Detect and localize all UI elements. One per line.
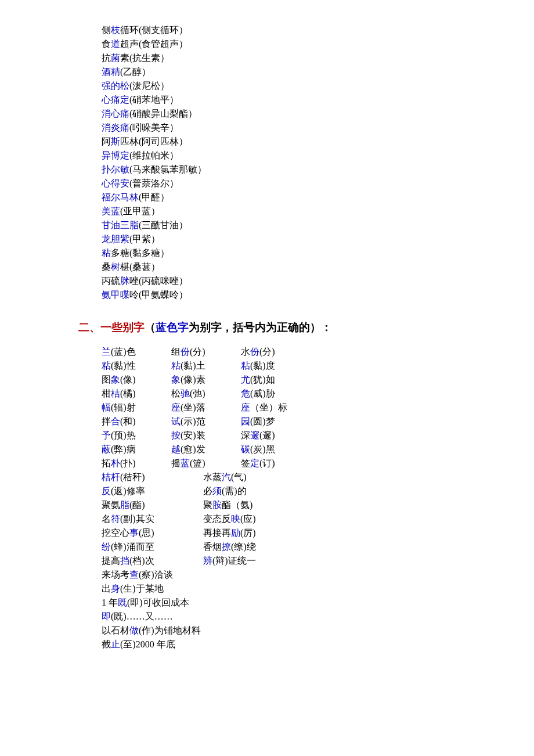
wrong-char: 斯 [111, 136, 120, 146]
wrong-char: 止 [111, 639, 120, 649]
typo-row: 幅(辐)射座(坐)落座（坐）标 [102, 401, 499, 415]
text: (需)的 [222, 486, 247, 496]
text: (酯) [129, 500, 145, 510]
wrong-char: 既 [118, 597, 127, 607]
typo-entry: 水蒸汽(气) [203, 470, 305, 484]
text: (生)于某地 [120, 584, 164, 593]
typo-entry: 提高挡(档)次 [102, 554, 203, 568]
typo-line: 来场考查(察)洽谈 [102, 568, 499, 582]
typo-entry: 拓朴(扑) [102, 456, 171, 470]
text: (甲紫） [129, 234, 160, 244]
wrong-char: 粘 [102, 248, 111, 258]
wrong-char: 危 [241, 388, 250, 398]
text: 图 [102, 375, 111, 384]
section-two-heading: 二、一些别字（蓝色字为别字，括号内为正确的）： [78, 319, 499, 336]
typo-row: 纷(蜂)涌而至香烟撩(缭)绕 [102, 540, 499, 554]
text: (马来酸氯苯那敏） [129, 164, 207, 174]
text: 抗 [102, 53, 111, 63]
wrong-char: 桔 [111, 388, 120, 398]
wrong-char: 甘油三脂 [102, 220, 139, 230]
wrong-char: 氨甲喋 [102, 290, 129, 300]
text: 丙硫 [102, 276, 120, 286]
term-line: 心痛定(硝苯地平） [102, 93, 499, 107]
text: 素(抗生素） [120, 53, 169, 63]
typo-entry: 粘(黏)土 [171, 359, 241, 373]
typo-entry: 粘(黏)性 [102, 359, 171, 373]
term-line: 氨甲喋呤(甲氨蝶呤） [102, 288, 499, 302]
term-line: 粘多糖(黏多糖） [102, 246, 499, 260]
term-line: 强的松(泼尼松） [102, 79, 499, 93]
wrong-char: 蔽 [102, 444, 111, 454]
typo-entry: 签定(订) [241, 456, 311, 470]
wrong-char: 脂 [120, 500, 129, 510]
typo-row: 粘(黏)性粘(黏)土粘(黏)度 [102, 359, 499, 373]
term-line: 异博定(维拉帕米） [102, 149, 499, 163]
text: 聚 [203, 500, 212, 510]
text: 再接再 [203, 528, 231, 538]
term-line: 龙胆紫(甲紫） [102, 232, 499, 246]
heading-blue: 蓝色字 [156, 321, 189, 333]
typo-entry: 水份(分) [241, 345, 311, 359]
wrong-char: 蓝 [181, 458, 190, 468]
typo-entry: 兰(蓝)色 [102, 345, 171, 359]
heading-rest: 为别字，括号内为正确的）： [189, 321, 332, 333]
text: 水蒸 [203, 472, 222, 482]
text: (安)装 [181, 430, 205, 440]
text: (蜂)涌而至 [111, 542, 154, 552]
text: 必 [203, 486, 212, 496]
term-line: 扑尔敏(马来酸氯苯那敏） [102, 163, 499, 177]
wrong-char: 撩 [222, 542, 231, 552]
wrong-char: 越 [171, 444, 181, 454]
wrong-char: 异博定 [102, 150, 129, 160]
typo-row: 聚氨脂(酯)聚胺酯（氨) [102, 498, 499, 512]
wrong-char: 即 [102, 611, 111, 621]
text: (辩)证统一 [212, 556, 256, 566]
wrong-char: 励 [231, 528, 240, 538]
text: (维拉帕米） [129, 150, 179, 160]
text: (硝酸异山梨酯） [129, 109, 197, 118]
wrong-char: 身 [111, 584, 120, 593]
term-line: 甘油三脂(三酰甘油） [102, 218, 499, 232]
text: (黏)性 [111, 361, 136, 370]
text: 拓 [102, 458, 111, 468]
typo-row: 拌合(和)试(示)范园(圆)梦 [102, 415, 499, 429]
wrong-char: 座 [171, 402, 181, 412]
term-line: 抗菌素(抗生素） [102, 51, 499, 65]
typo-entry: 拌合(和) [102, 415, 171, 429]
typo-entry: 园(圆)梦 [241, 415, 311, 429]
typo-entry: 纷(蜂)涌而至 [102, 540, 203, 554]
typo-row: 反(返)修率必须(需)的 [102, 484, 499, 498]
wrong-char: 粘 [241, 361, 250, 370]
typo-entry: 摇蓝(篮) [171, 456, 241, 470]
typo-row: 挖空心事(思)再接再励(厉) [102, 526, 499, 540]
typo-entry: 尤(犹)如 [241, 373, 311, 387]
term-line: 食道超声(食管超声） [102, 37, 499, 51]
text: (硝苯地平） [129, 95, 179, 105]
wrong-char: 查 [129, 570, 139, 579]
wrong-char: 枝 [111, 25, 120, 35]
text: (至)2000 年底 [120, 639, 175, 649]
wrong-char: 映 [231, 514, 240, 524]
typo-entry: 座(坐)落 [171, 401, 241, 415]
typo-entry: 松驰(弛) [171, 387, 241, 401]
typo-entry: 座（坐）标 [241, 401, 311, 415]
text: 多糖(黏多糖） [111, 248, 169, 258]
typo-line: 截止(至)2000 年底 [102, 638, 499, 651]
term-line: 侧枝循环(侧支循环） [102, 23, 499, 37]
text: (档)次 [129, 556, 154, 566]
typo-entry: 变态反映(应) [203, 512, 305, 526]
text: (黏)土 [181, 361, 205, 370]
text: 酯（氨) [222, 500, 252, 510]
wrong-char: 桔杆 [102, 472, 120, 482]
term-line: 消心痛(硝酸异山梨酯） [102, 107, 499, 121]
text: (亚甲蓝） [120, 206, 160, 216]
wrong-char: 扑尔敏 [102, 164, 129, 174]
text: (订) [259, 458, 275, 468]
wrong-char: 碳 [241, 444, 250, 454]
text: (橘) [120, 388, 136, 398]
wrong-char: 幅 [102, 402, 111, 412]
text: 循环(侧支循环） [120, 25, 188, 35]
text: (厉) [240, 528, 256, 538]
term-line: 美蓝(亚甲蓝） [102, 204, 499, 218]
wrong-char: 园 [241, 416, 250, 426]
